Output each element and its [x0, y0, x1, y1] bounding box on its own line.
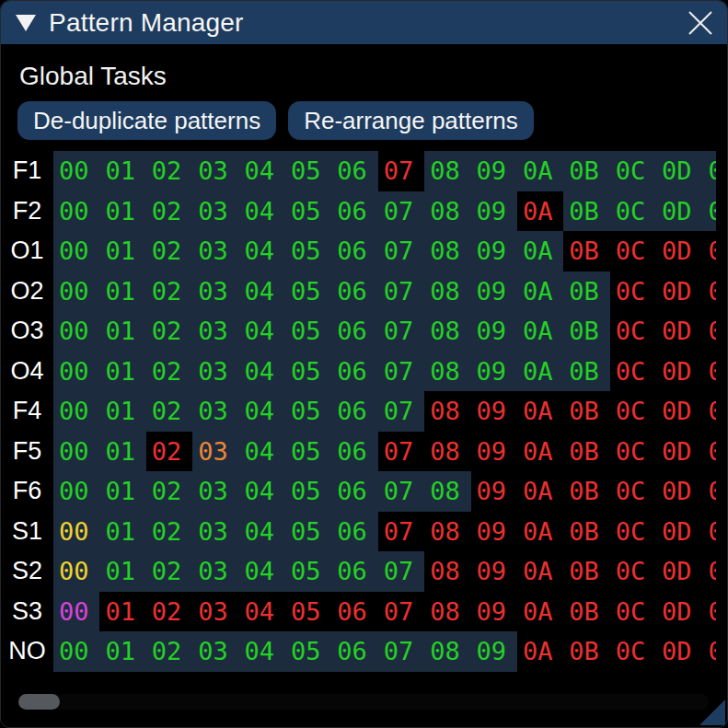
pattern-cell[interactable]: 05 [285, 432, 331, 472]
pattern-cell[interactable]: 07 [378, 471, 424, 512]
pattern-cell[interactable]: 0C [610, 432, 656, 472]
pattern-cell[interactable]: 02 [146, 631, 192, 672]
pattern-cell[interactable]: 0D [656, 551, 702, 592]
pattern-cell[interactable]: 01 [99, 311, 145, 352]
pattern-cell[interactable]: 02 [146, 352, 192, 392]
pattern-cell[interactable]: 01 [99, 631, 145, 672]
pattern-cell[interactable]: 06 [331, 231, 377, 272]
pattern-cell[interactable]: 00 [53, 551, 99, 592]
pattern-cell[interactable]: 0C [610, 471, 656, 512]
pattern-cell[interactable]: 04 [239, 471, 285, 512]
pattern-cell[interactable]: 0C [610, 311, 656, 352]
pattern-cell[interactable]: 05 [285, 471, 331, 512]
pattern-cell[interactable]: 02 [146, 191, 192, 232]
pattern-cell[interactable]: 00 [53, 432, 99, 472]
pattern-cell[interactable]: 0C [610, 191, 656, 232]
pattern-cell[interactable]: 0C [610, 592, 656, 632]
pattern-cell[interactable]: 0E [702, 151, 716, 191]
title-bar[interactable]: Pattern Manager [1, 1, 727, 44]
pattern-cell[interactable]: 09 [471, 391, 517, 432]
resize-grip-icon[interactable] [699, 699, 725, 725]
pattern-cell[interactable]: 04 [239, 151, 285, 191]
pattern-cell[interactable]: 0C [610, 551, 656, 592]
collapse-triangle-icon[interactable] [16, 15, 36, 31]
pattern-cell[interactable]: 04 [239, 631, 285, 672]
pattern-cell[interactable]: 0D [656, 352, 702, 392]
pattern-cell[interactable]: 03 [192, 512, 238, 552]
pattern-cell[interactable]: 0A [517, 471, 563, 512]
pattern-cell[interactable]: 03 [192, 391, 238, 432]
pattern-cell[interactable]: 0B [563, 352, 609, 392]
pattern-cell[interactable]: 03 [192, 151, 238, 191]
pattern-cell[interactable]: 00 [53, 391, 99, 432]
pattern-cell[interactable]: 06 [331, 551, 377, 592]
pattern-cell[interactable]: 0B [563, 231, 609, 272]
pattern-cell[interactable]: 04 [239, 272, 285, 312]
pattern-cell[interactable]: 0E [702, 352, 716, 392]
pattern-cell[interactable]: 0D [656, 592, 702, 632]
pattern-cell[interactable]: 01 [99, 551, 145, 592]
pattern-cell[interactable]: 0C [610, 272, 656, 312]
pattern-cell[interactable]: 0E [702, 512, 716, 552]
pattern-cell[interactable]: 07 [378, 272, 424, 312]
pattern-cell[interactable]: 04 [239, 391, 285, 432]
pattern-cell[interactable]: 0B [563, 551, 609, 592]
pattern-cell[interactable]: 0D [656, 512, 702, 552]
pattern-cell[interactable]: 0E [702, 272, 716, 312]
pattern-cell[interactable]: 07 [378, 231, 424, 272]
pattern-cell[interactable]: 01 [99, 592, 145, 632]
pattern-cell[interactable]: 08 [424, 352, 470, 392]
pattern-cell[interactable]: 0A [517, 311, 563, 352]
pattern-cell[interactable]: 08 [424, 391, 470, 432]
pattern-cell[interactable]: 0C [610, 631, 656, 672]
pattern-cell[interactable]: 0D [656, 471, 702, 512]
pattern-cell[interactable]: 05 [285, 352, 331, 392]
pattern-cell[interactable]: 0A [517, 391, 563, 432]
pattern-cell[interactable]: 04 [239, 592, 285, 632]
pattern-cell[interactable]: 0E [702, 592, 716, 632]
pattern-cell[interactable]: 08 [424, 151, 470, 191]
pattern-cell[interactable]: 00 [53, 272, 99, 312]
pattern-cell[interactable]: 03 [192, 592, 238, 632]
pattern-cell[interactable]: 0A [517, 272, 563, 312]
pattern-cell[interactable]: 0D [656, 311, 702, 352]
pattern-cell[interactable]: 0A [517, 631, 563, 672]
pattern-cell[interactable]: 0E [702, 631, 716, 672]
pattern-cell[interactable]: 00 [53, 471, 99, 512]
pattern-cell[interactable]: 07 [378, 631, 424, 672]
pattern-cell[interactable]: 0A [517, 231, 563, 272]
pattern-cell[interactable]: 0C [610, 231, 656, 272]
pattern-cell[interactable]: 0B [563, 432, 609, 472]
pattern-cell[interactable]: 06 [331, 352, 377, 392]
pattern-cell[interactable]: 04 [239, 311, 285, 352]
pattern-cell[interactable]: 05 [285, 151, 331, 191]
pattern-cell[interactable]: 0E [702, 551, 716, 592]
pattern-cell[interactable]: 06 [331, 272, 377, 312]
pattern-cell[interactable]: 08 [424, 512, 470, 552]
pattern-cell[interactable]: 02 [146, 471, 192, 512]
pattern-cell[interactable]: 02 [146, 231, 192, 272]
pattern-cell[interactable]: 09 [471, 592, 517, 632]
pattern-cell[interactable]: 0B [563, 512, 609, 552]
pattern-cell[interactable]: 01 [99, 471, 145, 512]
pattern-cell[interactable]: 0B [563, 391, 609, 432]
pattern-cell[interactable]: 03 [192, 231, 238, 272]
pattern-cell[interactable]: 09 [471, 631, 517, 672]
pattern-cell[interactable]: 09 [471, 231, 517, 272]
pattern-cell[interactable]: 01 [99, 231, 145, 272]
pattern-cell[interactable]: 09 [471, 432, 517, 472]
pattern-cell[interactable]: 07 [378, 512, 424, 552]
pattern-cell[interactable]: 09 [471, 311, 517, 352]
pattern-cell[interactable]: 0E [702, 231, 716, 272]
pattern-cell[interactable]: 0E [702, 311, 716, 352]
pattern-cell[interactable]: 08 [424, 471, 470, 512]
pattern-cell[interactable]: 0B [563, 311, 609, 352]
pattern-cell[interactable]: 04 [239, 432, 285, 472]
pattern-cell[interactable]: 0D [656, 391, 702, 432]
pattern-cell[interactable]: 06 [331, 592, 377, 632]
pattern-cell[interactable]: 0B [563, 631, 609, 672]
pattern-cell[interactable]: 09 [471, 272, 517, 312]
pattern-cell[interactable]: 0D [656, 231, 702, 272]
pattern-cell[interactable]: 0B [563, 272, 609, 312]
pattern-cell[interactable]: 0B [563, 592, 609, 632]
